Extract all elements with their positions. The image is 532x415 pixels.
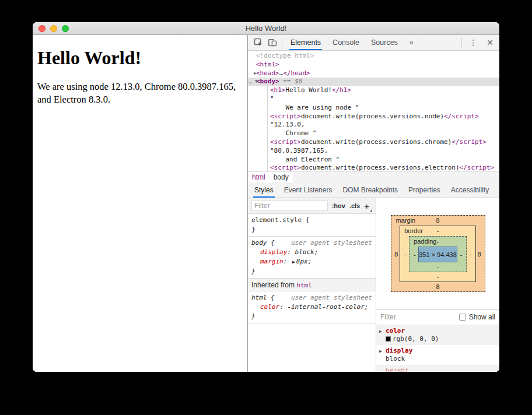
styles-filter-bar: :hov .cls +	[248, 198, 376, 214]
margin-right-value[interactable]: 8	[476, 226, 483, 282]
padding-label: padding	[414, 237, 436, 247]
app-content-pane: Hello World! We are using node 12.13.0, …	[33, 35, 247, 372]
show-all-checkbox[interactable]	[459, 314, 466, 321]
titlebar[interactable]: Hello World!	[33, 22, 499, 35]
computed-filter-bar: Filter Show all	[376, 309, 499, 325]
sidebar-tab-dom-breakpoints[interactable]: DOM Breakpoints	[337, 182, 403, 198]
sidebar-tab-event-listeners[interactable]: Event Listeners	[279, 182, 338, 198]
dom-tree-line[interactable]: <script>document.write(process.versions.…	[248, 112, 499, 121]
styles-pane: :hov .cls + element.style {}body {user a…	[248, 198, 376, 372]
css-property-color[interactable]: color: -internal-root-color;	[251, 303, 372, 312]
box-model-border[interactable]: border - - padding -	[400, 226, 476, 282]
computed-property-display[interactable]: ▶displayblock	[376, 345, 499, 365]
devtools-toolbar: ElementsConsoleSources» ⋮ ✕	[248, 35, 499, 51]
padding-top-value[interactable]: -	[437, 238, 439, 245]
css-rule-body[interactable]: body {user agent stylesheetdisplay: bloc…	[248, 237, 376, 279]
node-ellipsis: …	[249, 78, 252, 86]
stylesheet-origin-note: user agent stylesheet	[291, 293, 372, 303]
close-window-button[interactable]	[38, 25, 46, 32]
border-bottom-value[interactable]: -	[401, 272, 474, 282]
dom-tree-line[interactable]: We are using node "	[248, 104, 499, 112]
computed-list: ▶colorrgb(0, 0, 0)▶displayblockheight	[376, 325, 499, 372]
dom-tree-line[interactable]: <script>document.write(process.versions.…	[248, 164, 499, 171]
box-model-content[interactable]: 351 × 94.438	[418, 247, 457, 262]
dom-tree-line[interactable]: …▼<body> == $0	[248, 78, 499, 86]
margin-top-value[interactable]: 8	[436, 217, 439, 224]
devtools-close-icon[interactable]: ✕	[482, 38, 495, 47]
padding-left-value[interactable]: -	[411, 247, 418, 262]
show-all-label: Show all	[469, 313, 495, 321]
padding-bottom-value[interactable]: -	[411, 262, 465, 272]
dom-tree-line[interactable]: <script>document.write(process.versions.…	[248, 138, 499, 147]
sidebar-tab-accessibility[interactable]: Accessibility	[446, 182, 494, 198]
css-rule-html[interactable]: html {user agent stylesheetcolor: -inter…	[248, 291, 376, 323]
toolbar-separator	[461, 38, 462, 47]
styles-filter-input[interactable]	[251, 201, 328, 211]
devtools-tabs: ElementsConsoleSources»	[285, 35, 419, 50]
dom-tree-line[interactable]: and Electron "	[248, 156, 499, 164]
dom-tree-line[interactable]: <html>	[248, 61, 499, 69]
margin-left-value[interactable]: 8	[393, 226, 400, 282]
border-label: border	[404, 226, 423, 236]
tab-console[interactable]: Console	[327, 35, 365, 50]
toggle-class-button[interactable]: .cls	[349, 202, 360, 209]
expand-arrow-icon[interactable]: ▶	[379, 328, 382, 336]
border-left-value[interactable]: -	[401, 236, 409, 272]
computed-property-height[interactable]: height	[376, 365, 499, 372]
sidebar-tabs: StylesEvent ListenersDOM BreakpointsProp…	[248, 182, 499, 198]
inspect-element-icon[interactable]	[251, 36, 265, 49]
devtools-menu-icon[interactable]: ⋮	[464, 38, 482, 47]
border-top-value[interactable]: -	[437, 227, 439, 234]
new-style-rule-button[interactable]: +	[364, 202, 372, 210]
box-model-margin[interactable]: margin 8 8 border -	[391, 215, 485, 292]
computed-property-color[interactable]: ▶colorrgb(0, 0, 0)	[376, 325, 499, 345]
box-model-padding[interactable]: padding - - 351 × 94.438 -	[409, 236, 467, 272]
dom-tree-line[interactable]: "	[248, 95, 499, 104]
computed-filter-input[interactable]: Filter	[380, 313, 459, 321]
inherited-from-header: Inherited from html	[248, 279, 376, 291]
dom-tree-line[interactable]: "80.0.3987.165,	[248, 147, 499, 156]
versions-paragraph: We are using node 12.13.0, Chrome 80.0.3…	[37, 80, 243, 106]
app-window: Hello World! Hello World! We are using n…	[33, 22, 499, 372]
css-property-margin[interactable]: margin: ▶8px;	[251, 257, 372, 267]
traffic-lights	[38, 25, 69, 32]
tab-sources[interactable]: Sources	[365, 35, 404, 50]
inherited-selector-link[interactable]: html	[296, 282, 312, 289]
dom-tree-line[interactable]: ▶<head>…</head>	[248, 69, 499, 78]
expand-arrow-icon[interactable]: ▶	[292, 258, 295, 267]
tab-more-tabs[interactable]: »	[404, 35, 419, 50]
window-title: Hello World!	[33, 22, 499, 34]
dom-tree-line[interactable]: <!doctype html>	[248, 52, 499, 61]
border-right-value[interactable]: -	[467, 236, 474, 272]
expand-arrow-icon[interactable]: ▶	[379, 347, 382, 356]
sidebar-tab-properties[interactable]: Properties	[403, 182, 446, 198]
breadcrumb-html[interactable]: html	[248, 172, 270, 182]
zoom-window-button[interactable]	[62, 25, 69, 32]
dom-tree-line[interactable]: <h1>Hello World!</h1>	[248, 86, 499, 95]
collapse-arrow-icon[interactable]: ▼	[255, 78, 258, 86]
css-rule-element-style[interactable]: element.style {}	[248, 214, 376, 237]
tab-elements[interactable]: Elements	[285, 35, 327, 50]
computed-pane: margin 8 8 border -	[376, 198, 499, 372]
margin-bottom-value[interactable]: 8	[393, 282, 483, 291]
toggle-hover-state-button[interactable]: :hov	[332, 202, 345, 209]
minimize-window-button[interactable]	[50, 25, 57, 32]
breadcrumb-body[interactable]: body	[270, 172, 293, 182]
styles-sections: element.style {}body {user agent stylesh…	[248, 214, 376, 323]
breadcrumb: htmlbody	[248, 171, 499, 182]
show-all-control: Show all	[459, 313, 495, 321]
sidebar-tab-styles[interactable]: Styles	[249, 182, 279, 198]
color-swatch-icon[interactable]	[386, 336, 391, 342]
box-model-diagram: margin 8 8 border -	[376, 198, 499, 309]
expand-arrow-icon[interactable]: ▶	[254, 69, 257, 78]
dom-tree-line[interactable]: Chrome "	[248, 129, 499, 138]
padding-right-value[interactable]: -	[457, 247, 465, 262]
device-toolbar-icon[interactable]	[265, 36, 279, 49]
page-heading: Hello World!	[37, 47, 243, 69]
css-property-display[interactable]: display: block;	[251, 248, 372, 257]
toolbar-separator	[282, 38, 282, 47]
dom-tree: <!doctype html><html>▶<head>…</head>…▼<b…	[248, 51, 499, 171]
dom-tree-line[interactable]: "12.13.0,	[248, 121, 499, 129]
margin-label: margin	[396, 216, 416, 226]
stylesheet-origin-note: user agent stylesheet	[291, 238, 372, 248]
